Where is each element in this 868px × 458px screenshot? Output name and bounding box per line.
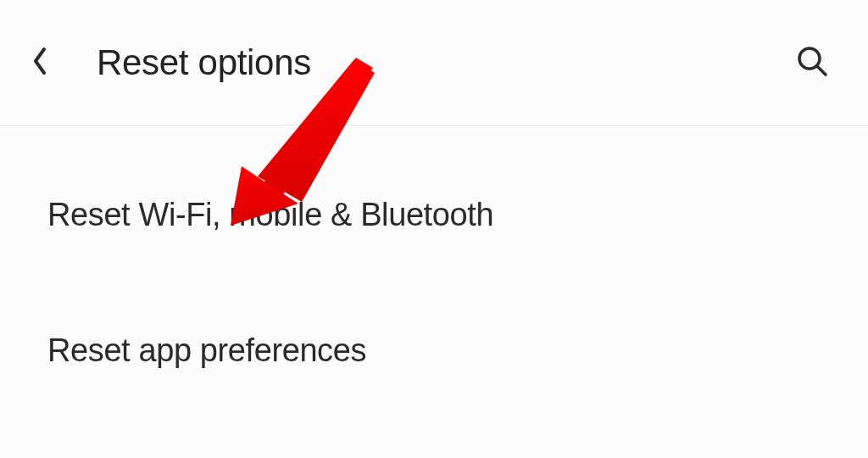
app-bar: Reset options [0, 0, 868, 126]
option-label: Reset Wi-Fi, mobile & Bluetooth [47, 197, 493, 233]
svg-line-1 [817, 66, 826, 75]
options-list: Reset Wi-Fi, mobile & Bluetooth Reset ap… [0, 151, 868, 414]
back-icon [31, 44, 51, 81]
page-title: Reset options [97, 42, 311, 83]
search-button[interactable] [793, 44, 831, 81]
option-label: Reset app preferences [47, 332, 366, 369]
back-button[interactable] [31, 44, 64, 81]
option-reset-app-preferences[interactable]: Reset app preferences [47, 287, 821, 414]
search-icon [795, 44, 829, 81]
option-reset-wifi-mobile-bluetooth[interactable]: Reset Wi-Fi, mobile & Bluetooth [47, 151, 821, 278]
